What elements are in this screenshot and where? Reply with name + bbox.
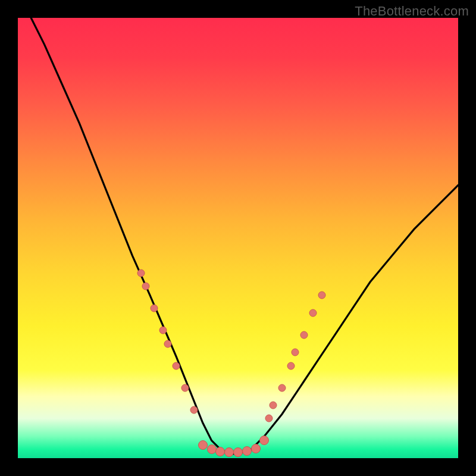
data-marker [300,331,308,339]
data-marker [242,446,252,456]
chart-area [18,18,458,458]
data-marker [278,384,286,392]
watermark-text: TheBottleneck.com [355,4,469,19]
marker-layer [18,18,458,458]
data-marker [270,402,277,409]
data-marker [159,327,167,334]
data-marker [233,447,243,457]
data-marker [265,415,273,422]
data-marker [318,292,325,299]
data-marker [142,283,149,290]
data-marker [251,444,261,453]
data-marker [198,440,208,450]
data-marker [190,406,198,414]
data-marker [173,362,180,369]
data-marker [215,447,225,456]
data-marker [287,362,295,369]
data-marker [137,270,145,277]
data-marker [292,349,299,356]
data-marker [164,340,171,347]
data-marker [207,444,217,454]
data-marker [309,309,317,317]
data-marker [259,436,269,445]
data-marker [151,305,158,312]
data-marker [224,447,234,457]
data-marker [181,384,189,392]
